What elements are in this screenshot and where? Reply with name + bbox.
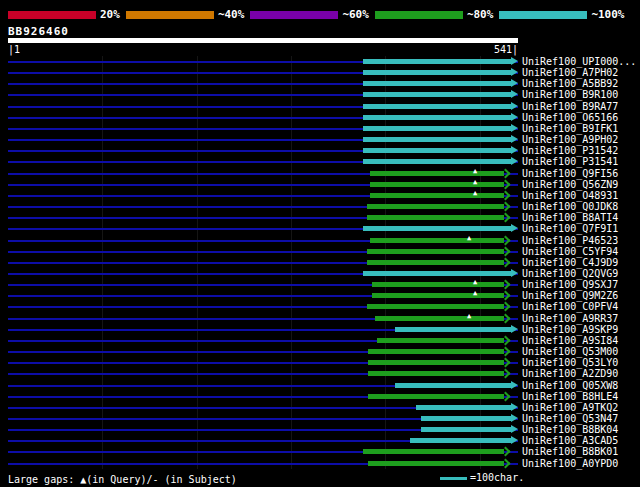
hit-bar[interactable]: [363, 226, 511, 231]
hit-bar[interactable]: [372, 282, 504, 287]
alignment-row: UniRef100_UPI000...: [0, 56, 640, 67]
hit-bar[interactable]: [363, 449, 504, 454]
ruler-start-label: |1: [8, 44, 20, 55]
hit-label[interactable]: UniRef100_Q56ZN9: [522, 179, 618, 190]
hit-bar[interactable]: [363, 81, 511, 86]
hit-label[interactable]: UniRef100_A0YPD0: [522, 458, 618, 469]
alignment-row: UniRef100_C0PFV4: [0, 301, 640, 312]
hit-bar[interactable]: [363, 271, 511, 276]
footer: Large gaps: ▲(in Query)/- (in Subject) =…: [0, 471, 640, 487]
hit-label[interactable]: UniRef100_A9TKQ2: [522, 402, 618, 413]
query-gap-marker-icon: ▲: [473, 189, 477, 197]
hit-arrowhead-icon: [501, 369, 511, 379]
hit-bar[interactable]: [395, 327, 511, 332]
hit-label[interactable]: UniRef100_Q53LY0: [522, 357, 618, 368]
hit-label[interactable]: UniRef100_C4J9D9: [522, 257, 618, 268]
hit-label[interactable]: UniRef100_A7PH02: [522, 67, 618, 78]
hit-arrowhead-icon: [511, 325, 518, 333]
hit-label[interactable]: UniRef100_A9PH02: [522, 134, 618, 145]
hit-label[interactable]: UniRef100_B8BK04: [522, 424, 618, 435]
hit-label[interactable]: UniRef100_O48931: [522, 190, 618, 201]
hit-label[interactable]: UniRef100_Q7F9I1: [522, 223, 618, 234]
hit-bar[interactable]: [363, 59, 511, 64]
hit-bar[interactable]: [410, 438, 511, 443]
hit-label[interactable]: UniRef100_C0PFV4: [522, 301, 618, 312]
hit-label[interactable]: UniRef100_Q9M2Z6: [522, 290, 618, 301]
hit-bar[interactable]: [368, 349, 504, 354]
hit-label[interactable]: UniRef100_B8BK01: [522, 446, 618, 457]
scale-legend: =100char.: [440, 471, 524, 485]
hit-label[interactable]: UniRef100_A9SKP9: [522, 324, 618, 335]
hit-label[interactable]: UniRef100_P31541: [522, 156, 618, 167]
hit-label[interactable]: UniRef100_A2ZD90: [522, 368, 618, 379]
hit-bar[interactable]: [363, 70, 511, 75]
hit-bar[interactable]: [368, 461, 504, 466]
hit-label[interactable]: UniRef100_A9SI84: [522, 335, 618, 346]
hit-bar[interactable]: [370, 182, 504, 187]
alignment-row: UniRef100_A5BB92: [0, 78, 640, 89]
hit-bar[interactable]: [368, 371, 504, 376]
query-gap-marker-icon: ▲: [473, 167, 477, 175]
hit-bar[interactable]: [377, 338, 504, 343]
hit-bar[interactable]: [363, 104, 511, 109]
hit-label[interactable]: UniRef100_A9RR37: [522, 313, 618, 324]
hit-bar[interactable]: [368, 360, 504, 365]
hit-label[interactable]: UniRef100_Q0JDK8: [522, 201, 618, 212]
hit-bar[interactable]: [363, 126, 511, 131]
hit-bar[interactable]: [363, 92, 511, 97]
hit-bar[interactable]: [395, 383, 511, 388]
hit-label[interactable]: UniRef100_B9R100: [522, 89, 618, 100]
hit-bar[interactable]: [363, 137, 511, 142]
hit-bar[interactable]: [367, 249, 504, 254]
hit-bar[interactable]: [367, 215, 504, 220]
hit-bar[interactable]: [370, 238, 504, 243]
scale-label: =100char.: [470, 471, 524, 485]
hit-label[interactable]: UniRef100_Q2QVG9: [522, 268, 618, 279]
hit-label[interactable]: UniRef100_Q53M00: [522, 346, 618, 357]
hit-label[interactable]: UniRef100_Q53N47: [522, 413, 618, 424]
hit-label[interactable]: UniRef100_B9IFK1: [522, 123, 618, 134]
hit-label[interactable]: UniRef100_A3CAD5: [522, 435, 618, 446]
hit-label[interactable]: UniRef100_P31542: [522, 145, 618, 156]
hit-bar[interactable]: [370, 171, 504, 176]
hit-bar[interactable]: [370, 193, 504, 198]
hit-bar[interactable]: [421, 427, 511, 432]
hit-label[interactable]: UniRef100_UPI000...: [522, 56, 636, 67]
hit-label[interactable]: UniRef100_P46523: [522, 235, 618, 246]
hit-bar[interactable]: [367, 260, 504, 265]
hit-bar[interactable]: [368, 394, 504, 399]
alignment-row: UniRef100_B8ATI4: [0, 212, 640, 223]
hit-bar[interactable]: [363, 115, 511, 120]
alignment-row: UniRef100_A9TKQ2: [0, 402, 640, 413]
alignment-row: UniRef100_A9SI84: [0, 335, 640, 346]
hit-bar[interactable]: [367, 304, 504, 309]
hit-label[interactable]: UniRef100_B8HLE4: [522, 391, 618, 402]
hit-label[interactable]: UniRef100_Q9SXJ7: [522, 279, 618, 290]
hit-arrowhead-icon: [501, 358, 511, 368]
hit-bar[interactable]: [372, 293, 504, 298]
hit-arrowhead-icon: [511, 90, 518, 98]
hit-label[interactable]: UniRef100_B9RA77: [522, 101, 618, 112]
hit-label[interactable]: UniRef100_Q05XW8: [522, 380, 618, 391]
hit-bar[interactable]: [363, 148, 511, 153]
hit-arrowhead-icon: [511, 414, 518, 422]
hit-label[interactable]: UniRef100_C5YF94: [522, 246, 618, 257]
alignment-row: ▲UniRef100_O48931: [0, 190, 640, 201]
hit-arrowhead-icon: [511, 113, 518, 121]
identity-colorbar: 20%~40%~60%~80%~100%: [8, 8, 634, 21]
hit-bar[interactable]: [375, 316, 504, 321]
hit-bar[interactable]: [416, 405, 511, 410]
hit-label[interactable]: UniRef100_O65166: [522, 112, 618, 123]
alignment-row: UniRef100_O65166: [0, 112, 640, 123]
hit-label[interactable]: UniRef100_A5BB92: [522, 78, 618, 89]
hit-arrowhead-icon: [501, 213, 511, 223]
hit-label[interactable]: UniRef100_B8ATI4: [522, 212, 618, 223]
alignment-plot: UniRef100_UPI000...UniRef100_A7PH02UniRe…: [0, 56, 640, 469]
hit-label[interactable]: UniRef100_Q9FI56: [522, 168, 618, 179]
hit-bar[interactable]: [367, 204, 504, 209]
hit-bar[interactable]: [363, 159, 511, 164]
hit-arrowhead-icon: [501, 347, 511, 357]
hit-bar[interactable]: [421, 416, 511, 421]
hit-arrowhead-icon: [501, 280, 511, 290]
hit-arrowhead-icon: [511, 403, 518, 411]
